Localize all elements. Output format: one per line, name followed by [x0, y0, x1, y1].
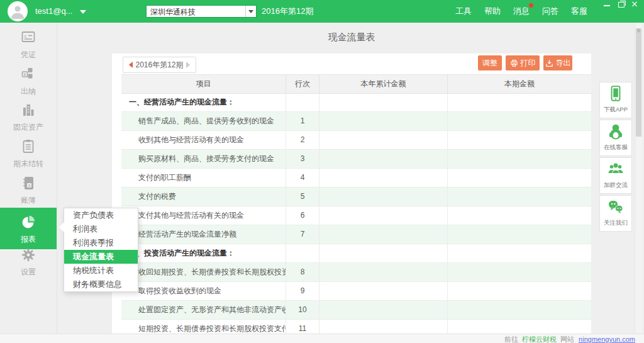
period-amount-cell: [448, 131, 591, 150]
item-cell: 支付的税费: [121, 188, 286, 206]
svg-text:s: s: [25, 34, 27, 38]
line-number-cell: 3: [286, 150, 319, 169]
titlebar-menu-item-label: 消息: [513, 6, 530, 16]
widget-group-chat[interactable]: 加群交流: [599, 157, 632, 194]
item-cell: 购买原材料、商品、接受劳务支付的现金: [121, 150, 286, 169]
sidebar-item-label: 报表: [0, 234, 57, 245]
table-row: 支付的职工薪酬4: [121, 169, 591, 188]
period-amount-cell: [448, 93, 591, 112]
footer-bar: 前往 柠檬云财税 网站 ningmengyun.com: [0, 334, 644, 343]
ytd-amount-cell: [319, 301, 448, 320]
ytd-amount-cell: [319, 93, 448, 112]
reports-submenu: 资产负债表利润表利润表季报现金流量表纳税统计表财务概要信息: [64, 208, 138, 292]
widget-label: 加群交流: [601, 181, 631, 189]
export-button[interactable]: 导出: [543, 55, 572, 70]
group-chat-icon: [600, 158, 631, 181]
sidebar-item-ledger[interactable]: $账簿: [0, 174, 57, 209]
table-row: 一、经营活动产生的现金流量：: [121, 93, 591, 112]
widget-online-service[interactable]: 在线客服: [599, 120, 632, 156]
titlebar-menu: 工具帮助消息问答客服: [455, 0, 587, 23]
report-card: 2016年第12期 调整 打印 导出 项目行次本年累计金额本期金额 一、经营活动…: [112, 53, 591, 334]
line-number-cell: 9: [286, 282, 319, 301]
footer-site-link[interactable]: ningmengyun.com: [579, 335, 635, 343]
app-download-icon: [600, 82, 631, 105]
wechat-follow-icon: [600, 196, 631, 218]
period-amount-cell: [448, 225, 591, 244]
sidebar-item-period-closing[interactable]: 期末结转: [0, 137, 57, 172]
print-button[interactable]: 打印: [506, 55, 540, 70]
sidebar-item-settings-gear[interactable]: 设置: [0, 245, 57, 281]
ytd-amount-cell: [319, 244, 448, 263]
ytd-amount-cell: [319, 225, 448, 244]
titlebar-menu-item[interactable]: 问答: [542, 6, 558, 17]
item-cell: 短期投资、长期债券投资和长期股权投资支付的现金: [121, 320, 286, 334]
item-cell: 二、投资活动产生的现金流量：: [121, 244, 286, 263]
ytd-amount-cell: [319, 131, 448, 150]
adjust-button[interactable]: 调整: [478, 55, 502, 70]
sidebar-item-label: 固定资产: [0, 122, 57, 133]
close-icon[interactable]: ×: [629, 0, 640, 9]
company-select[interactable]: 深圳华通科技: [146, 5, 257, 18]
sidebar-item-label: 账簿: [0, 195, 57, 206]
period-selector[interactable]: 2016年第12期: [123, 57, 196, 73]
arrow-left-icon[interactable]: [129, 62, 133, 68]
sidebar-item-label: 期末结转: [0, 159, 57, 169]
period-amount-cell: [448, 206, 591, 225]
line-number-cell: 7: [286, 225, 319, 244]
line-number-cell: 5: [286, 188, 319, 206]
arrow-right-icon[interactable]: [186, 62, 190, 68]
submenu-item[interactable]: 财务概要信息: [64, 278, 138, 291]
voucher-icon: s: [0, 28, 57, 48]
ytd-amount-cell: [319, 112, 448, 131]
widget-label: 下载APP: [601, 105, 631, 113]
table-row: 二、投资活动产生的现金流量：: [121, 244, 591, 263]
widget-wechat-follow[interactable]: 关注我们: [599, 195, 632, 232]
submenu-item[interactable]: 纳税统计表: [64, 264, 138, 278]
titlebar-menu-item[interactable]: 帮助: [484, 6, 501, 17]
sidebar-item-voucher[interactable]: s凭证: [0, 28, 57, 64]
titlebar-menu-item[interactable]: 工具: [455, 6, 472, 17]
printer-icon: [510, 59, 518, 67]
table-row: 收回短期投资、长期债券投资和长期股权投资收到的现金8: [121, 263, 591, 282]
titlebar-menu-item-label: 工具: [455, 6, 472, 16]
item-cell: 处置固定资产、无形资产和其他非流动资产收回的现金净额: [121, 301, 286, 320]
titlebar-menu-item[interactable]: 消息: [513, 6, 530, 17]
submenu-item[interactable]: 资产负债表: [64, 208, 138, 222]
sidebar-item-fixed-assets[interactable]: 固定资产: [0, 101, 57, 136]
table-header-row: 项目行次本年累计金额本期金额: [121, 74, 591, 93]
sidebar-item-cashier[interactable]: ¥出纳: [0, 65, 57, 100]
avatar[interactable]: [8, 1, 28, 21]
titlebar-menu-item-label: 客服: [571, 6, 587, 16]
submenu-item[interactable]: 现金流量表: [64, 250, 138, 264]
fixed-assets-icon: [0, 101, 57, 121]
ytd-amount-cell: [319, 188, 448, 206]
restore-icon[interactable]: [615, 0, 626, 9]
user-menu[interactable]: test1@q...: [35, 0, 86, 23]
minimize-icon[interactable]: [601, 0, 613, 9]
table-body: 一、经营活动产生的现金流量：销售产成品、商品、提供劳务收到的现金1收到其他与经营…: [121, 93, 591, 334]
company-name: 深圳华通科技: [150, 8, 196, 16]
period-closing-icon: [0, 137, 57, 157]
svg-text:¥: ¥: [24, 72, 26, 77]
user-icon: [10, 4, 25, 19]
submenu-item[interactable]: 利润表: [64, 222, 138, 236]
submenu-item[interactable]: 利润表季报: [64, 236, 138, 250]
table-header-cell: 项目: [121, 74, 286, 94]
footer-brand: 柠檬云财税: [522, 335, 557, 343]
scrollbar-thumb[interactable]: [636, 28, 641, 137]
widget-app-download[interactable]: 下载APP: [599, 82, 632, 118]
adjust-button-label: 调整: [482, 55, 497, 70]
sidebar-item-reports-pie[interactable]: 报表: [0, 208, 57, 249]
period-amount-cell: [448, 150, 591, 169]
vertical-scrollbar[interactable]: [635, 23, 642, 334]
page-title: 现金流量表: [112, 31, 591, 43]
sidebar-nav: s凭证¥出纳固定资产期末结转$账簿报表设置: [0, 23, 57, 343]
sidebar-item-label: 设置: [0, 267, 57, 278]
table-row: 支付的税费5: [121, 188, 591, 206]
titlebar-menu-item[interactable]: 客服: [571, 6, 587, 17]
settings-gear-icon: [0, 245, 57, 266]
line-number-cell: 4: [286, 169, 319, 188]
item-cell: 收到其他与经营活动有关的现金: [121, 131, 286, 150]
table-header-cell: 本期金额: [448, 74, 591, 94]
notification-badge: [529, 3, 533, 8]
